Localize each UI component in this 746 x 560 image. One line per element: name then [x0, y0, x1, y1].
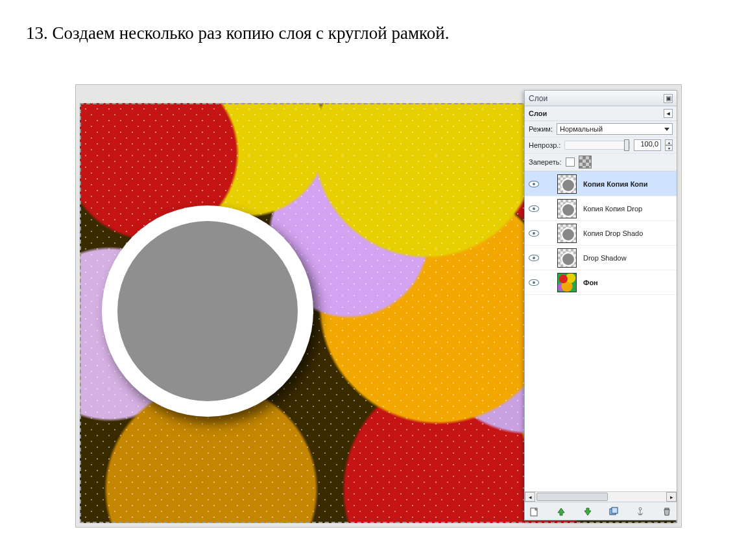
blend-mode-label: Режим:: [529, 125, 553, 133]
duplicate-layer-icon[interactable]: [607, 504, 621, 519]
svg-rect-4: [665, 508, 669, 509]
layer-row[interactable]: Фон: [525, 270, 677, 295]
layer-name[interactable]: Копия Drop Shado: [583, 229, 643, 237]
layers-toolbar: [525, 502, 677, 520]
visibility-eye-icon[interactable]: [529, 181, 539, 187]
lower-layer-icon[interactable]: [581, 504, 595, 519]
delete-layer-icon[interactable]: [660, 504, 674, 519]
visibility-eye-icon[interactable]: [529, 205, 539, 212]
blend-mode-value: Нормальный: [560, 125, 603, 133]
chevron-down-icon: [664, 128, 669, 131]
close-icon[interactable]: ▣: [664, 94, 673, 103]
anchor-layer-icon[interactable]: [633, 504, 647, 519]
layers-section-label: Слои: [529, 110, 547, 117]
opacity-label: Непрозр.:: [529, 141, 560, 149]
blend-mode-select[interactable]: Нормальный: [557, 123, 673, 135]
lock-pixels-checkbox[interactable]: [566, 158, 575, 167]
layer-thumbnail: [557, 273, 577, 292]
scroll-right-icon[interactable]: ▸: [666, 492, 677, 502]
layer-name[interactable]: Копия Копия Drop: [583, 205, 642, 213]
svg-rect-2: [612, 508, 618, 513]
lock-label: Запереть:: [529, 158, 562, 166]
visibility-eye-icon[interactable]: [529, 279, 539, 286]
new-layer-icon[interactable]: [527, 504, 542, 519]
lock-alpha-checkbox[interactable]: [579, 156, 592, 169]
opacity-value-field[interactable]: 100,0: [634, 139, 661, 151]
layers-dialog: Слои ▣ Слои ◂ Режим: Нормальный Непрозр.…: [524, 90, 677, 520]
layer-row[interactable]: Копия Копия Drop: [525, 196, 677, 221]
layer-thumbnail: [557, 248, 577, 268]
opacity-spin-up[interactable]: ▴: [665, 139, 673, 145]
layer-thumbnail: [557, 199, 577, 218]
layer-row[interactable]: Копия Копия Копи: [525, 172, 677, 196]
layer-thumbnail: [557, 224, 577, 243]
raise-layer-icon[interactable]: [554, 504, 568, 519]
opacity-spin-down[interactable]: ▾: [665, 145, 673, 151]
svg-point-3: [639, 508, 642, 510]
opacity-slider[interactable]: [564, 141, 630, 150]
layer-list-hscrollbar[interactable]: ◂ ▸: [525, 491, 677, 502]
visibility-eye-icon[interactable]: [529, 230, 539, 237]
opacity-slider-handle[interactable]: [624, 139, 629, 151]
layer-row[interactable]: Копия Drop Shado: [525, 221, 677, 246]
layer-name[interactable]: Копия Копия Копи: [583, 180, 647, 188]
screenshot-frame: Слои ▣ Слои ◂ Режим: Нормальный Непрозр.…: [75, 84, 682, 528]
layers-dialog-title: Слои: [529, 94, 547, 103]
layer-name[interactable]: Фон: [583, 279, 598, 286]
layers-dialog-titlebar[interactable]: Слои ▣: [525, 91, 677, 106]
layer-thumbnail: [557, 174, 577, 194]
layer-list: Копия Копия КопиКопия Копия DropКопия Dr…: [525, 171, 677, 491]
instruction-text: 13. Создаем несколько раз копию слоя с к…: [26, 23, 449, 43]
scroll-left-icon[interactable]: ◂: [525, 492, 535, 502]
tab-menu-icon[interactable]: ◂: [664, 109, 673, 118]
layer-name[interactable]: Drop Shadow: [583, 254, 627, 262]
layer-row[interactable]: Drop Shadow: [525, 246, 677, 270]
visibility-eye-icon[interactable]: [529, 255, 539, 261]
scroll-thumb[interactable]: [536, 493, 608, 501]
